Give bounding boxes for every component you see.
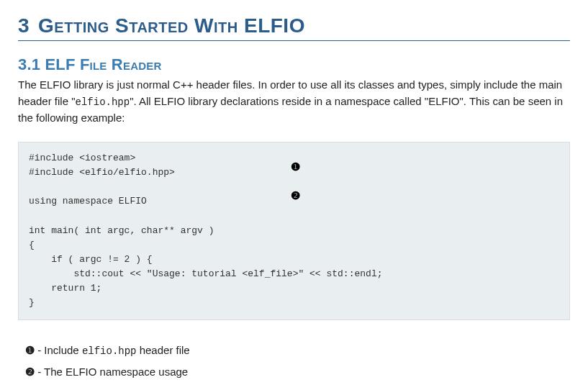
chapter-number: 3 (18, 14, 30, 37)
legend-text-1a: - Include (35, 344, 82, 356)
intro-paragraph: The ELFIO library is just normal C++ hea… (18, 77, 570, 126)
legend-text-1b: header file (137, 344, 190, 356)
legend-text-2: - The ELFIO namespace usage (35, 366, 188, 378)
chapter-title-text: Getting Started With ELFIO (38, 14, 305, 37)
inline-code-elfio-hpp: elfio.hpp (76, 96, 130, 108)
legend-num-2: ❷ (25, 366, 35, 378)
section-title: 3.1 ELF File Reader (18, 55, 570, 74)
legend-code-1: elfio.hpp (82, 345, 137, 357)
legend-row-2: ❷ - The ELFIO namespace usage (25, 362, 570, 381)
callout-legend: ❶ - Include elfio.hpp header file ❷ - Th… (18, 340, 570, 381)
legend-row-1: ❶ - Include elfio.hpp header file (25, 340, 570, 360)
code-content: #include <iostream> #include <elfio/elfi… (29, 153, 382, 308)
callout-one-icon: ❶ (291, 158, 300, 175)
section-number: 3.1 (18, 55, 40, 73)
section-title-text: ELF File Reader (45, 55, 162, 73)
code-example: #include <iostream> #include <elfio/elfi… (18, 142, 570, 320)
legend-num-1: ❶ (25, 344, 35, 356)
chapter-title: 3Getting Started With ELFIO (18, 14, 570, 41)
callout-two-icon: ❷ (291, 187, 300, 204)
